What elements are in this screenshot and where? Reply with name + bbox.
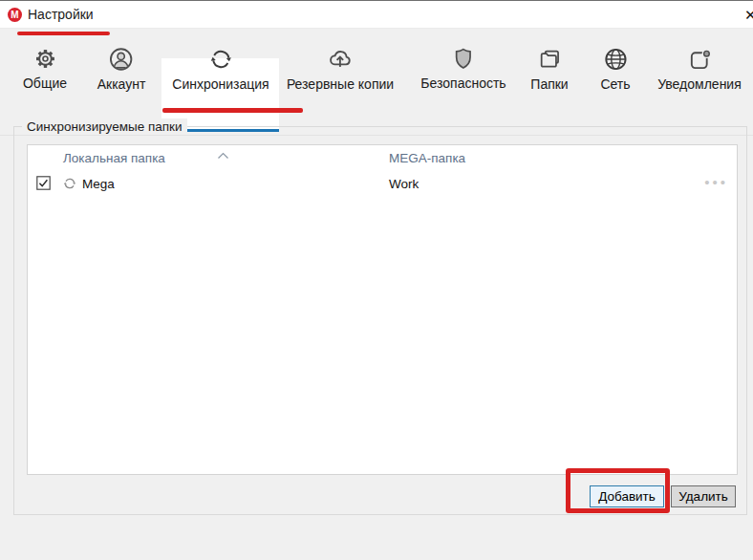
row-menu-ellipsis-icon[interactable]: ••• xyxy=(704,174,728,190)
column-header-mega-folder[interactable]: MEGA-папка xyxy=(389,151,465,165)
tab-network[interactable]: Сеть xyxy=(600,29,630,105)
cloud-upload-icon xyxy=(327,46,354,73)
row-checkbox[interactable] xyxy=(36,176,51,190)
tab-general[interactable]: Общие xyxy=(23,29,67,105)
row-local-folder-name: Mega xyxy=(82,177,115,191)
tab-label: Уведомления xyxy=(657,76,742,92)
settings-window: M Настройки ✕ Общие xyxy=(0,0,753,560)
tab-folders[interactable]: Папки xyxy=(530,29,568,105)
sync-folders-groupbox: Синхронизируемые папки Локальная папка M… xyxy=(13,126,747,515)
tab-label: Резервные копии xyxy=(287,76,394,92)
table-row[interactable]: Mega Work ••• xyxy=(28,170,737,197)
tab-label: Синхронизация xyxy=(172,76,269,92)
mega-logo-icon: M xyxy=(8,8,22,22)
groupbox-title: Синхронизируемые папки xyxy=(22,118,187,135)
annotation-underline-title xyxy=(17,32,110,35)
tab-security[interactable]: Безопасность xyxy=(420,29,506,105)
tab-label: Аккаунт xyxy=(97,76,146,92)
globe-icon xyxy=(602,46,629,73)
delete-button[interactable]: Удалить xyxy=(671,485,736,507)
tab-account[interactable]: Аккаунт xyxy=(97,29,146,105)
gear-icon xyxy=(32,46,57,72)
title-bar: M Настройки ✕ xyxy=(0,1,753,29)
tab-label: Общие xyxy=(23,75,67,91)
tab-label: Сеть xyxy=(600,76,630,92)
account-icon xyxy=(108,46,135,73)
tab-backups[interactable]: Резервные копии xyxy=(287,29,394,105)
shield-icon xyxy=(451,46,477,72)
close-icon[interactable]: ✕ xyxy=(744,6,753,25)
folders-icon xyxy=(536,46,563,73)
tab-notifications[interactable]: Уведомления xyxy=(657,29,742,105)
sort-asc-icon xyxy=(217,152,229,160)
tab-label: Безопасность xyxy=(420,75,506,91)
column-header-local-folder[interactable]: Локальная папка xyxy=(63,151,165,165)
window-title: Настройки xyxy=(28,7,94,22)
tab-bar: Общие Аккаунт Синхрониза xyxy=(0,29,753,107)
annotation-box-add-button xyxy=(566,468,670,513)
tab-sync[interactable]: Синхронизация xyxy=(172,29,269,105)
tab-label: Папки xyxy=(530,76,568,92)
row-sync-icon xyxy=(62,176,77,191)
notification-icon xyxy=(686,46,713,73)
sync-icon xyxy=(207,46,234,73)
annotation-underline-sync-tab xyxy=(162,108,303,113)
sync-folders-table: Локальная папка MEGA-папка xyxy=(27,144,738,475)
row-mega-folder-name: Work xyxy=(389,177,419,191)
